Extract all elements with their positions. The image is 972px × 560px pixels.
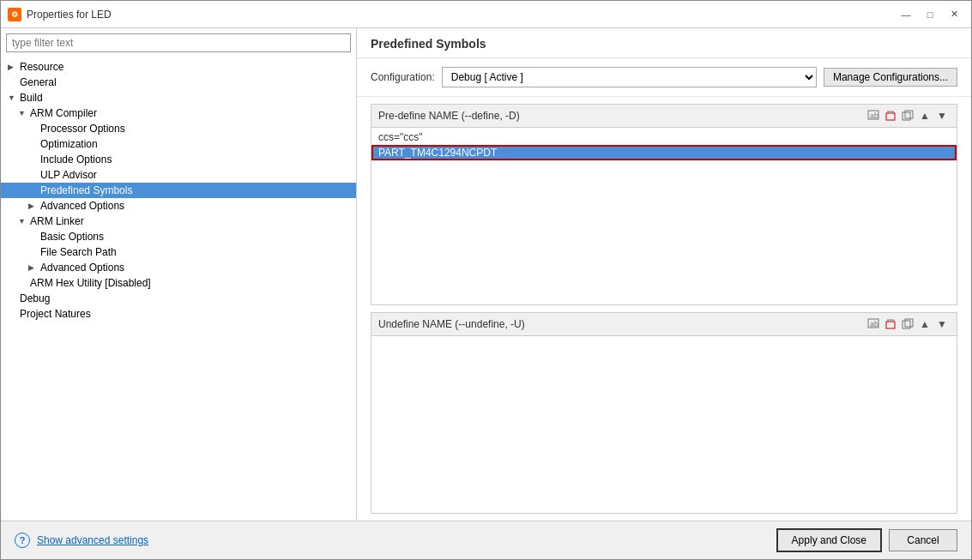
config-row: Configuration: Debug [ Active ] Manage C… bbox=[357, 58, 971, 97]
tree-label-processor-options: Processor Options bbox=[40, 123, 125, 135]
tree-item-resource[interactable]: ▶ Resource bbox=[1, 59, 356, 75]
predefine-list: ccs="ccs" PART_TM4C1294NCPDT bbox=[371, 128, 957, 304]
tree-item-advanced-options-compiler[interactable]: ▶ Advanced Options bbox=[1, 198, 356, 214]
config-label: Configuration: bbox=[371, 71, 435, 83]
svg-rect-15 bbox=[905, 319, 913, 327]
tree-label-arm-linker: ARM Linker bbox=[30, 215, 84, 227]
tree-label-advanced-options-compiler: Advanced Options bbox=[40, 200, 124, 212]
tree-label-general: General bbox=[20, 76, 57, 88]
tree-toggle-advanced-options-linker: ▶ bbox=[28, 263, 39, 272]
manage-configurations-button[interactable]: Manage Configurations... bbox=[824, 68, 957, 87]
filter-input[interactable] bbox=[6, 33, 351, 52]
predefine-delete-btn[interactable] bbox=[883, 108, 898, 123]
window-icon: ⚙ bbox=[8, 8, 21, 21]
tree-label-include-options: Include Options bbox=[40, 154, 112, 166]
tree-toggle-resource: ▶ bbox=[8, 63, 18, 71]
tree-label-basic-options: Basic Options bbox=[40, 231, 104, 243]
undefine-add-btn[interactable]: ab bbox=[866, 316, 881, 332]
tree-toggle-arm-linker: ▼ bbox=[18, 217, 28, 226]
left-panel: ▶ Resource General ▼ Build ▼ ARM Compile… bbox=[1, 28, 357, 521]
symbol-item-ccs[interactable]: ccs="ccs" bbox=[371, 129, 957, 145]
tree-item-build[interactable]: ▼ Build bbox=[1, 90, 356, 105]
bottom-bar: ? Show advanced settings Apply and Close… bbox=[1, 521, 971, 559]
undefine-section: Undefine NAME (--undefine, -U) ab bbox=[371, 312, 957, 514]
tree-label-arm-hex-utility: ARM Hex Utility [Disabled] bbox=[30, 277, 151, 289]
tree-item-processor-options[interactable]: Processor Options bbox=[1, 121, 356, 136]
properties-window: ⚙ Properties for LED — □ ✕ ▶ Resource Ge… bbox=[0, 0, 972, 560]
minimize-button[interactable]: — bbox=[896, 6, 916, 23]
tree-item-advanced-options-linker[interactable]: ▶ Advanced Options bbox=[1, 260, 356, 275]
tree-toggle-arm-compiler: ▼ bbox=[18, 109, 28, 117]
config-select[interactable]: Debug [ Active ] bbox=[442, 67, 817, 87]
symbol-sections: Pre-define NAME (--define, -D) ab bbox=[357, 97, 971, 521]
tree-item-debug[interactable]: Debug bbox=[1, 291, 356, 306]
undefine-copy-btn[interactable] bbox=[900, 316, 915, 332]
tree-label-arm-compiler: ARM Compiler bbox=[30, 107, 97, 119]
apply-close-button[interactable]: Apply and Close bbox=[776, 528, 882, 552]
tree-label-resource: Resource bbox=[20, 61, 63, 73]
tree-label-project-natures: Project Natures bbox=[20, 308, 91, 320]
svg-rect-10 bbox=[886, 322, 895, 328]
predefine-icons: ab ▲ ▼ bbox=[866, 108, 950, 123]
tree-area: ▶ Resource General ▼ Build ▼ ARM Compile… bbox=[1, 57, 356, 521]
svg-text:ab: ab bbox=[870, 111, 878, 120]
maximize-button[interactable]: □ bbox=[920, 6, 940, 23]
tree-item-basic-options[interactable]: Basic Options bbox=[1, 229, 356, 244]
close-button[interactable]: ✕ bbox=[944, 6, 964, 23]
svg-rect-14 bbox=[903, 321, 910, 328]
tree-label-build: Build bbox=[20, 92, 43, 104]
tree-label-ulp-advisor: ULP Advisor bbox=[40, 169, 97, 181]
tree-toggle-advanced-options-compiler: ▶ bbox=[28, 202, 39, 210]
tree-item-arm-linker[interactable]: ▼ ARM Linker bbox=[1, 214, 356, 229]
help-icon[interactable]: ? bbox=[15, 533, 30, 548]
predefine-down-btn[interactable]: ▼ bbox=[934, 108, 950, 123]
undefine-header: Undefine NAME (--undefine, -U) ab bbox=[371, 313, 957, 336]
tree-item-optimization[interactable]: Optimization bbox=[1, 136, 356, 152]
undefine-list bbox=[371, 336, 957, 513]
svg-rect-6 bbox=[903, 112, 910, 120]
title-bar: ⚙ Properties for LED — □ ✕ bbox=[1, 1, 971, 28]
tree-label-predefined-symbols: Predefined Symbols bbox=[40, 184, 132, 196]
window-title: Properties for LED bbox=[27, 9, 896, 21]
undefine-up-btn[interactable]: ▲ bbox=[917, 316, 933, 332]
panel-title: Predefined Symbols bbox=[357, 28, 971, 58]
undefine-down-btn[interactable]: ▼ bbox=[934, 316, 950, 332]
svg-rect-7 bbox=[905, 111, 913, 118]
svg-rect-2 bbox=[886, 113, 895, 120]
tree-item-ulp-advisor[interactable]: ULP Advisor bbox=[1, 167, 356, 183]
tree-label-advanced-options-linker: Advanced Options bbox=[40, 262, 124, 274]
tree-toggle-build: ▼ bbox=[8, 93, 18, 102]
tree-item-include-options[interactable]: Include Options bbox=[1, 152, 356, 167]
predefine-add-btn[interactable]: ab bbox=[866, 108, 881, 123]
right-panel: Predefined Symbols Configuration: Debug … bbox=[357, 28, 971, 521]
svg-text:ab: ab bbox=[870, 320, 878, 328]
show-advanced-link[interactable]: Show advanced settings bbox=[37, 534, 148, 546]
tree-label-debug: Debug bbox=[20, 292, 50, 304]
tree-item-project-natures[interactable]: Project Natures bbox=[1, 306, 356, 322]
predefine-section: Pre-define NAME (--define, -D) ab bbox=[371, 104, 957, 305]
tree-item-file-search-path[interactable]: File Search Path bbox=[1, 244, 356, 260]
symbol-item-part[interactable]: PART_TM4C1294NCPDT bbox=[371, 145, 957, 160]
tree-item-arm-compiler[interactable]: ▼ ARM Compiler bbox=[1, 105, 356, 121]
cancel-button[interactable]: Cancel bbox=[889, 529, 957, 551]
tree-item-general[interactable]: General bbox=[1, 75, 356, 90]
window-controls: — □ ✕ bbox=[896, 6, 964, 23]
tree-item-predefined-symbols[interactable]: Predefined Symbols bbox=[1, 183, 356, 198]
undefine-icons: ab ▲ ▼ bbox=[866, 316, 950, 332]
predefine-up-btn[interactable]: ▲ bbox=[917, 108, 933, 123]
predefine-label: Pre-define NAME (--define, -D) bbox=[378, 110, 520, 122]
tree-item-arm-hex-utility[interactable]: ARM Hex Utility [Disabled] bbox=[1, 275, 356, 291]
predefine-header: Pre-define NAME (--define, -D) ab bbox=[371, 105, 957, 128]
tree-label-optimization: Optimization bbox=[40, 138, 98, 150]
tree-label-file-search-path: File Search Path bbox=[40, 246, 117, 258]
undefine-delete-btn[interactable] bbox=[883, 316, 898, 332]
content-area: ▶ Resource General ▼ Build ▼ ARM Compile… bbox=[1, 28, 971, 521]
undefine-label: Undefine NAME (--undefine, -U) bbox=[378, 318, 525, 330]
predefine-copy-btn[interactable] bbox=[900, 108, 915, 123]
